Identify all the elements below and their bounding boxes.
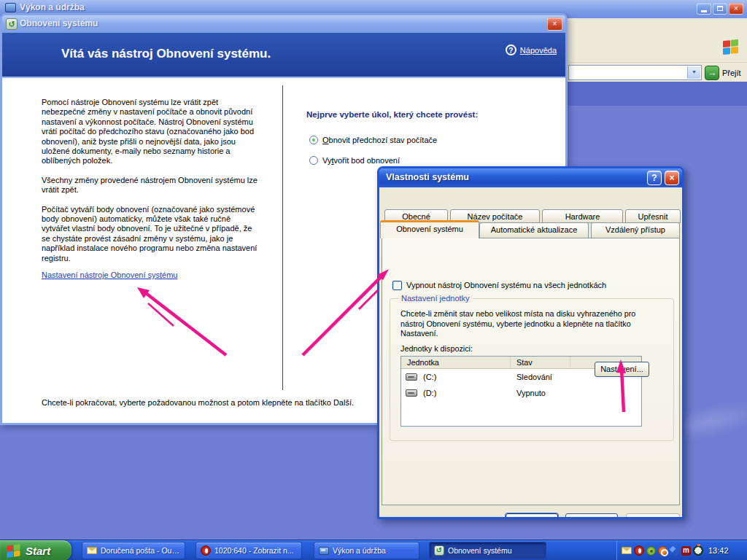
checkbox-unchecked-icon[interactable] <box>392 281 402 290</box>
windows-flag-icon <box>7 544 20 558</box>
column-header-drive[interactable]: Jednotka <box>401 357 511 368</box>
drive-name: (C:) <box>423 373 436 381</box>
radio-label: Vytvořit bod obnovení <box>322 156 400 165</box>
restore-window-title: Obnovení systému <box>20 18 98 28</box>
paragraph-line: nastavení a výkonnost počítače. Nástroj … <box>42 117 290 127</box>
close-button[interactable]: × <box>665 171 679 185</box>
taskbar-button-label: Obnovení systému <box>448 546 512 555</box>
taskbar-button-image-viewer[interactable]: 1020:640 - Zobrazit n... <box>196 542 302 559</box>
desktop: Výkon a údržba × ▼ → Přejít ↺ Obnovení s… <box>0 0 747 560</box>
minimize-button[interactable] <box>697 3 711 15</box>
taskbar-button-outlook[interactable]: Doručená pošta - Out... <box>82 542 185 559</box>
drive-name: (D:) <box>423 389 436 397</box>
intro-paragraphs: Pomocí nástroje Obnovení systému lze vrá… <box>42 98 290 263</box>
performance-icon <box>319 547 329 555</box>
go-arrow-icon: → <box>705 66 719 80</box>
taskbar: Start Doručená pošta - Out... 1020:640 -… <box>0 540 747 560</box>
dialog-body: Obecné Název počítače Hardware Upřesnit … <box>379 187 682 517</box>
paragraph-line: body obnovení) automaticky, můžete však … <box>42 214 290 224</box>
blue-puzzle-icon[interactable] <box>670 546 679 556</box>
tab-upresnit[interactable]: Upřesnit <box>625 209 681 223</box>
paragraph-line: uložené dokumenty, e-maily nebo seznamy … <box>42 147 290 156</box>
miranda-m-icon[interactable]: m <box>681 546 691 556</box>
paragraph-line: vrátit zpět. <box>42 185 290 195</box>
group-text-line: Nastavení. <box>400 329 635 339</box>
start-button[interactable]: Start <box>0 540 71 560</box>
go-button[interactable]: → Přejít <box>705 64 746 81</box>
windows-flag-icon <box>723 39 738 55</box>
restore-button[interactable] <box>713 3 727 15</box>
outlook-mail-icon <box>87 547 97 554</box>
taskbar-clock[interactable]: 13:42 <box>708 546 729 555</box>
turn-off-restore-checkbox-row[interactable]: Vypnout nástroj Obnovení systému na všec… <box>392 281 606 291</box>
tab-hardware[interactable]: Hardware <box>542 209 623 223</box>
address-input[interactable]: ▼ <box>568 65 702 80</box>
drive-settings-group: Nastavení jednotky Chcete-li změnit stav… <box>390 298 674 441</box>
taskbar-button-label: Výkon a údržba <box>333 546 386 555</box>
drives-available-label: Jednotky k dispozici: <box>400 344 473 353</box>
column-header-status[interactable]: Stav <box>511 357 570 368</box>
stopwatch-icon[interactable] <box>693 545 703 556</box>
dialog-title: Vlastnosti systému <box>386 172 469 182</box>
settings-button[interactable]: Nastavení... <box>595 362 649 377</box>
dialog-titlebar[interactable]: Vlastnosti systému ? × <box>379 168 682 187</box>
start-label: Start <box>26 545 50 557</box>
vertical-divider <box>282 85 283 390</box>
paragraph-line: Počítač vytváří body obnovení (označovan… <box>42 205 290 214</box>
paragraph-line: Pomocí nástroje Obnovení systému lze vrá… <box>42 98 290 107</box>
performance-window-icon <box>5 3 16 12</box>
footer-instruction: Chcete-li pokračovat, vyberte požadovano… <box>42 398 354 407</box>
task-heading: Nejprve vyberte úkol, který chcete prové… <box>306 110 478 119</box>
background-window-title: Výkon a údržba <box>20 2 85 12</box>
restore-settings-link[interactable]: Nastavení nástroje Obnovení systému <box>42 271 177 279</box>
help-icon: ? <box>506 44 516 55</box>
group-title: Nastavení jednotky <box>398 294 473 303</box>
disk-icon <box>406 373 417 381</box>
system-restore-icon: ↺ <box>6 18 18 30</box>
go-button-label: Přejít <box>722 69 741 77</box>
close-icon: × <box>553 20 557 28</box>
orange-o-icon[interactable] <box>658 546 667 556</box>
apply-button[interactable]: Použít <box>626 513 680 519</box>
close-button[interactable]: × <box>729 3 743 15</box>
radio-create-restore-point[interactable]: Vytvořit bod obnovení <box>309 156 400 165</box>
group-text-line: Chcete-li změnit stav nebo velikost míst… <box>400 309 635 319</box>
paragraph-line: se chystáte provést zásadní změny v syst… <box>42 234 290 244</box>
titlebar-obnoveni-systemu[interactable]: ↺ Obnovení systému × <box>2 15 565 33</box>
welcome-banner: Vítá vás nástroj Obnovení systému. ? Náp… <box>2 33 565 78</box>
group-text-line: nástroj Obnovení systému, vyberte jednot… <box>400 319 635 330</box>
paragraph-line: registru. <box>42 254 290 263</box>
close-button[interactable]: × <box>547 18 562 31</box>
radio-selected-icon[interactable] <box>309 136 318 144</box>
radio-unselected-icon[interactable] <box>309 156 318 165</box>
tab-obnoveni-systemu[interactable]: Obnovení systému <box>380 220 479 238</box>
help-link[interactable]: Nápověda <box>520 46 557 55</box>
disk-icon <box>406 389 417 397</box>
tab-vzdaleny-pristup[interactable]: Vzdálený přístup <box>591 222 680 238</box>
green-flower-icon[interactable] <box>646 546 656 556</box>
group-description: Chcete-li změnit stav nebo velikost míst… <box>400 309 635 339</box>
tab-automaticke-aktualizace[interactable]: Automatické aktualizace <box>479 222 589 238</box>
paragraph-line: obnovení), aniž byste přišli o nejnovějš… <box>42 137 290 147</box>
taskbar-button-vykon-a-udrzba[interactable]: Výkon a údržba <box>314 542 419 559</box>
paragraph-line: vrátí počítač do předchozího stavu (ozna… <box>42 127 290 136</box>
red-o-icon[interactable] <box>634 545 644 556</box>
paragraph-line: například instalace nového programu nebo… <box>42 244 290 253</box>
chevron-down-icon[interactable]: ▼ <box>687 66 700 79</box>
ok-button[interactable]: OK <box>506 513 558 519</box>
banner-title: Vítá vás nástroj Obnovení systému. <box>61 47 271 61</box>
radio-restore-previous-state[interactable]: Obnovit předchozí stav počítače <box>309 136 437 144</box>
taskbar-button-obnoveni-systemu[interactable]: ↺ Obnovení systému <box>429 542 546 559</box>
taskbar-button-label: 1020:640 - Zobrazit n... <box>214 546 294 555</box>
paragraph-line: Všechny změny provedené nástrojem Obnove… <box>42 176 290 185</box>
system-tray: m 13:42 <box>616 540 747 560</box>
mail-icon[interactable] <box>622 547 632 554</box>
close-icon: × <box>734 4 738 12</box>
checkbox-label: Vypnout nástroj Obnovení systému na všec… <box>406 281 606 291</box>
cancel-button[interactable]: Storno <box>565 513 618 519</box>
paragraph-line: vytvářet vlastní body obnovení. To je už… <box>42 224 290 233</box>
context-help-button[interactable]: ? <box>647 171 662 185</box>
drive-status: Sledování <box>511 373 570 381</box>
paragraph-line: oblíbených položek. <box>42 156 290 166</box>
table-row[interactable]: (D:) Vypnuto <box>401 385 641 401</box>
